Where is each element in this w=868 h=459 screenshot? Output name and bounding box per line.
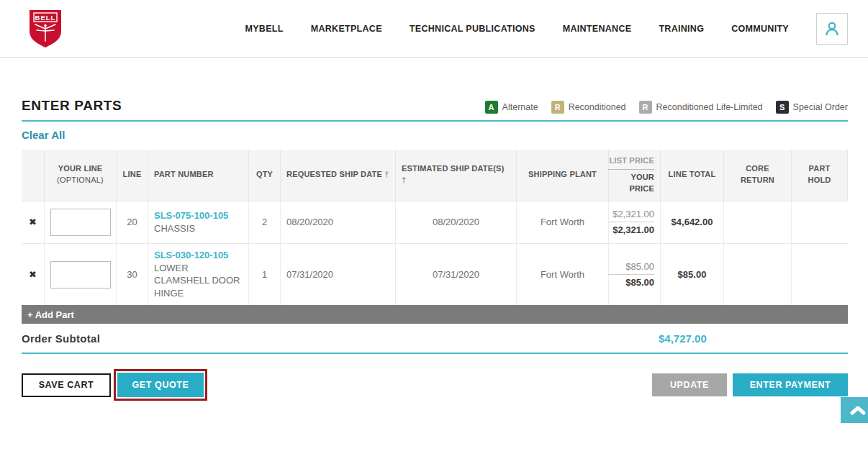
nav-technical-publications[interactable]: TECHNICAL PUBLICATIONS	[410, 24, 535, 34]
save-cart-button[interactable]: SAVE CART	[22, 373, 111, 397]
col-label-optional: (OPTIONAL)	[57, 175, 104, 186]
list-price: $2,321.00	[608, 209, 654, 222]
legend-label: Reconditioned	[569, 102, 626, 112]
legend-label: Special Order	[793, 102, 848, 112]
col-label: YOUR LINE	[58, 163, 103, 175]
col-qty: QTY	[249, 150, 281, 201]
row-cell-line: 30	[117, 244, 148, 306]
col-part-hold: PART HOLD	[792, 150, 848, 201]
col-your-price: YOUR PRICE	[615, 172, 654, 195]
your-line-input[interactable]	[50, 261, 111, 288]
row-cell-part-number: SLS-075-100-105 CHASSIS	[148, 201, 249, 243]
legend-label: Reconditioned Life-Limited	[656, 102, 763, 112]
page-title: ENTER PARTS	[22, 98, 122, 114]
row-cell-price: $2,321.00 $2,321.00	[609, 201, 661, 243]
parts-legend: A Alternate R Reconditioned R Reconditio…	[479, 101, 848, 114]
row-cell-price: $85.00 $85.00	[609, 244, 661, 306]
row-cell-remove: ✖	[22, 244, 45, 306]
sort-icon: †	[384, 170, 389, 178]
list-price: $85.00	[608, 261, 654, 275]
row-cell-core-return	[724, 201, 792, 243]
col-line-total: LINE TOTAL	[661, 150, 724, 201]
nav-maintenance[interactable]: MAINTENANCE	[563, 24, 632, 34]
row-cell-line-total: $4,642.00	[661, 201, 724, 243]
order-subtotal-value: $4,727.00	[659, 332, 707, 345]
remove-row-icon[interactable]: ✖	[29, 270, 37, 279]
row-cell-your-line	[45, 244, 117, 306]
reconditioned-badge-icon: R	[551, 101, 564, 114]
col-price: LIST PRICE YOUR PRICE	[609, 150, 661, 201]
row-cell-your-line	[45, 201, 117, 243]
title-row: ENTER PARTS A Alternate R Reconditioned …	[22, 98, 848, 122]
your-price: $2,321.00	[612, 224, 654, 235]
table-row: ✖ 20 SLS-075-100-105 CHASSIS 2 08/20/202…	[22, 201, 848, 243]
row-cell-line-total: $85.00	[661, 244, 724, 306]
order-subtotal-row: Order Subtotal $4,727.00	[22, 324, 848, 354]
remove-row-icon[interactable]: ✖	[29, 217, 37, 227]
col-requested-ship-date[interactable]: REQUESTED SHIP DATE †	[281, 150, 396, 201]
user-icon	[823, 19, 841, 38]
top-nav: MYBELL MARKETPLACE TECHNICAL PUBLICATION…	[245, 13, 848, 45]
col-line: LINE	[117, 150, 148, 201]
part-number-link[interactable]: SLS-075-100-105	[154, 210, 228, 221]
parts-table: YOUR LINE (OPTIONAL) LINE PART NUMBER QT…	[22, 150, 848, 305]
row-cell-shipping-plant: Fort Worth	[517, 244, 609, 306]
order-subtotal-label: Order Subtotal	[22, 332, 100, 345]
special-order-badge-icon: S	[776, 101, 789, 114]
annotation-highlight: GET QUOTE	[114, 369, 207, 401]
part-number-link[interactable]: SLS-030-120-105	[154, 250, 228, 260]
alternate-badge-icon: A	[485, 101, 498, 114]
row-cell-part-hold	[792, 244, 848, 306]
legend-reconditioned-life-limited: R Reconditioned Life-Limited	[639, 101, 763, 114]
nav-mybell[interactable]: MYBELL	[245, 24, 284, 34]
legend-reconditioned: R Reconditioned	[551, 101, 626, 114]
sort-icon: †	[402, 176, 406, 184]
scroll-to-top-button[interactable]	[841, 397, 868, 423]
row-cell-line: 20	[117, 201, 148, 243]
row-cell-requested-ship-date: 07/31/2020	[281, 244, 396, 306]
col-list-price: LIST PRICE	[608, 155, 654, 170]
col-shipping-plant: SHIPPING PLANT	[517, 150, 609, 201]
nav-community[interactable]: COMMUNITY	[731, 24, 789, 34]
row-cell-qty: 1	[249, 244, 281, 306]
table-row: ✖ 30 SLS-030-120-105 LOWER CLAMSHELL DOO…	[22, 243, 848, 306]
chevron-up-icon	[850, 405, 866, 415]
col-part-number: PART NUMBER	[148, 150, 249, 201]
your-price: $85.00	[625, 277, 654, 288]
bell-logo-text: BELL	[35, 13, 56, 21]
row-cell-part-number: SLS-030-120-105 LOWER CLAMSHELL DOOR HIN…	[148, 244, 249, 306]
row-cell-estimated-ship-date: 07/31/2020	[396, 244, 517, 306]
site-header: BELL MYBELL MARKETPLACE TECHNICAL PUBLIC…	[0, 0, 868, 58]
right-actions: UPDATE ENTER PAYMENT	[652, 373, 848, 396]
part-description: CHASSIS	[154, 222, 195, 235]
reconditioned-life-limited-badge-icon: R	[639, 101, 652, 114]
nav-marketplace[interactable]: MARKETPLACE	[311, 24, 382, 34]
add-part-button[interactable]: + Add Part	[22, 305, 848, 324]
row-cell-remove: ✖	[22, 201, 45, 243]
row-cell-qty: 2	[249, 201, 281, 243]
nav-training[interactable]: TRAINING	[659, 24, 704, 34]
part-description: LOWER CLAMSHELL DOOR HINGE	[154, 262, 243, 300]
bell-logo-icon[interactable]: BELL	[29, 9, 62, 48]
update-button[interactable]: UPDATE	[652, 373, 727, 396]
your-line-input[interactable]	[50, 209, 111, 236]
enter-payment-button[interactable]: ENTER PAYMENT	[733, 373, 848, 396]
clear-all-link[interactable]: Clear All	[22, 129, 65, 141]
table-header-row: YOUR LINE (OPTIONAL) LINE PART NUMBER QT…	[22, 150, 848, 201]
col-your-line: YOUR LINE (OPTIONAL)	[45, 150, 117, 201]
col-estimated-ship-date[interactable]: ESTIMATED SHIP DATE(S) †	[396, 150, 517, 201]
row-cell-core-return	[724, 244, 792, 306]
row-cell-estimated-ship-date: 08/20/2020	[396, 201, 517, 243]
legend-special-order: S Special Order	[776, 101, 848, 114]
actions-row: SAVE CART GET QUOTE UPDATE ENTER PAYMENT	[22, 369, 848, 401]
get-quote-button[interactable]: GET QUOTE	[117, 373, 204, 397]
col-remove	[22, 150, 45, 201]
legend-label: Alternate	[502, 102, 538, 112]
row-cell-part-hold	[792, 201, 848, 243]
row-cell-requested-ship-date: 08/20/2020	[281, 201, 396, 243]
legend-alternate: A Alternate	[485, 101, 538, 114]
user-account-button[interactable]	[816, 13, 848, 45]
row-cell-shipping-plant: Fort Worth	[517, 201, 609, 243]
col-core-return: CORE RETURN	[724, 150, 792, 201]
main-content: ENTER PARTS A Alternate R Reconditioned …	[0, 98, 868, 401]
